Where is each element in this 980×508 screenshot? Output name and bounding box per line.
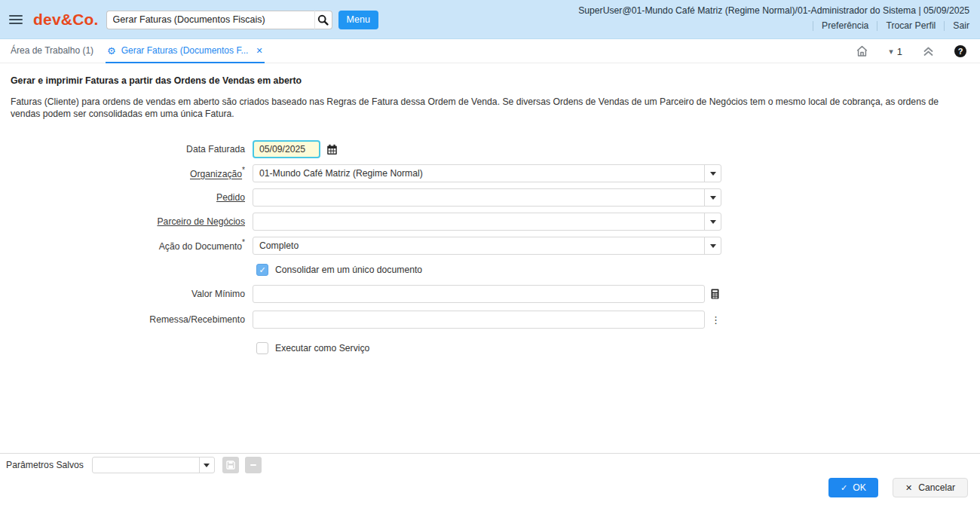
menu-button[interactable]: Menu [338,11,378,29]
chevron-down-icon: ▾ [889,47,893,57]
saved-params-combobox[interactable] [92,457,215,473]
tab-active-label: Gerar Faturas (Documentos F... [121,45,249,56]
form-row-data-faturada: Data Faturada [0,140,980,158]
tab-close-icon[interactable]: ✕ [256,46,262,56]
delete-params-button[interactable] [245,457,262,473]
label-pedido: Pedido [0,192,253,203]
data-faturada-input[interactable] [253,140,320,158]
required-marker: * [242,238,245,246]
check-icon: ✓ [841,484,847,492]
label-acao-documento: Ação do Documento* [0,239,253,252]
calendar-icon [326,144,338,155]
saved-params-label: Parâmetros Salvos [6,460,84,470]
link-switch-role[interactable]: Trocar Perfil [877,21,944,31]
calculator-icon [711,289,719,299]
ok-button[interactable]: ✓ OK [828,478,878,497]
label-organizacao: Organização* [0,167,253,179]
form-row-consolidar: ✓ Consolidar em um único documento [0,264,980,276]
consolidar-label: Consolidar em um único documento [275,265,422,275]
caret-down-icon [710,220,716,224]
parceiro-dropdown-button[interactable] [704,213,721,230]
form-row-remessa: Remessa/Recebimento ⋮ [0,311,980,329]
pedido-dropdown-button[interactable] [704,189,721,206]
top-links: Preferência Trocar Perfil Sair [578,21,969,31]
parceiro-combobox[interactable] [253,213,721,231]
tab-workspace[interactable]: Área de Trabalho (1) [11,39,93,63]
pedido-combobox[interactable] [253,188,721,207]
footer-divider [0,453,980,454]
label-data-faturada: Data Faturada [0,144,253,155]
minus-icon [250,464,256,466]
caret-down-icon [710,172,716,176]
form-row-organizacao: Organização* 01-Mundo Café Matriz (Regim… [0,164,980,182]
process-panel: Gerar e imprimir Faturas a partir das Or… [0,63,980,120]
caret-down-icon [204,464,210,467]
form-row-parceiro: Parceiro de Negócios [0,213,980,231]
check-icon: ✓ [259,265,265,275]
window-count: 1 [897,46,902,57]
search-button[interactable] [314,11,332,29]
organizacao-combobox[interactable]: 01-Mundo Café Matriz (Regime Normal) [253,164,721,182]
cancel-button[interactable]: ✕ Cancelar [893,478,968,497]
global-search [106,11,332,29]
dialog-actions: ✓ OK ✕ Cancelar [828,478,968,497]
tab-gerar-faturas[interactable]: ⚙ Gerar Faturas (Documentos F... ✕ [106,39,265,63]
collapse-all-button[interactable] [923,46,934,57]
double-chevron-up-icon [923,46,934,57]
form-row-executar-servico: Executar como Serviço [0,342,980,354]
window-selector[interactable]: ▾ 1 [889,46,902,57]
home-button[interactable] [856,45,868,57]
caret-down-icon [710,196,716,200]
close-icon: ✕ [905,484,912,492]
link-preferences[interactable]: Preferência [813,21,877,31]
organizacao-dropdown-button[interactable] [704,165,721,182]
app-window: dev&Co. Menu SuperUser@01-Mundo Café Mat… [0,0,980,508]
save-icon [226,461,235,470]
calculator-button[interactable] [711,289,719,299]
search-input[interactable] [106,11,314,29]
saved-params-row: Parâmetros Salvos [6,457,262,473]
save-params-button[interactable] [222,457,239,473]
ellipsis-vertical-icon: ⋮ [711,315,721,325]
gear-icon: ⚙ [107,46,116,56]
form-row-valor-minimo: Valor Mínimo [0,285,980,303]
organizacao-value: 01-Mundo Café Matriz (Regime Normal) [253,168,704,179]
process-description: Faturas (Cliente) para ordens de vendas … [11,96,969,120]
process-form: Data Faturada Organização* 01-Mundo Café… [0,140,980,354]
acao-documento-dropdown-button[interactable] [704,237,721,254]
process-title: Gerar e imprimir Faturas a partir das Or… [11,75,969,86]
acao-documento-combobox[interactable]: Completo [253,237,721,255]
link-logout[interactable]: Sair [944,21,969,31]
label-valor-minimo: Valor Mínimo [0,289,253,299]
more-options-button[interactable]: ⋮ [711,315,721,325]
tab-bar: Área de Trabalho (1) ⚙ Gerar Faturas (Do… [0,39,980,63]
valor-minimo-input[interactable] [253,285,705,303]
executar-servico-checkbox[interactable] [256,342,268,354]
caret-down-icon [710,244,716,248]
home-icon [856,45,868,57]
consolidar-checkbox[interactable]: ✓ [256,264,268,276]
acao-documento-value: Completo [253,240,704,251]
app-logo: dev&Co. [33,11,99,29]
hamburger-menu-icon[interactable] [9,15,23,25]
required-marker: * [242,166,245,174]
form-row-acao-documento: Ação do Documento* Completo [0,237,980,255]
label-remessa: Remessa/Recebimento [0,314,253,325]
calendar-button[interactable] [326,144,338,155]
label-parceiro: Parceiro de Negócios [0,216,253,227]
form-row-pedido: Pedido [0,188,980,207]
help-icon: ? [958,47,963,56]
saved-params-dropdown-button[interactable] [199,458,214,473]
remessa-input[interactable] [253,311,705,329]
executar-servico-label: Executar como Serviço [275,343,369,353]
user-session-info: SuperUser@01-Mundo Café Matriz (Regime N… [578,5,969,16]
top-bar: dev&Co. Menu SuperUser@01-Mundo Café Mat… [0,0,980,39]
help-button[interactable]: ? [954,45,966,57]
search-icon [317,14,329,26]
